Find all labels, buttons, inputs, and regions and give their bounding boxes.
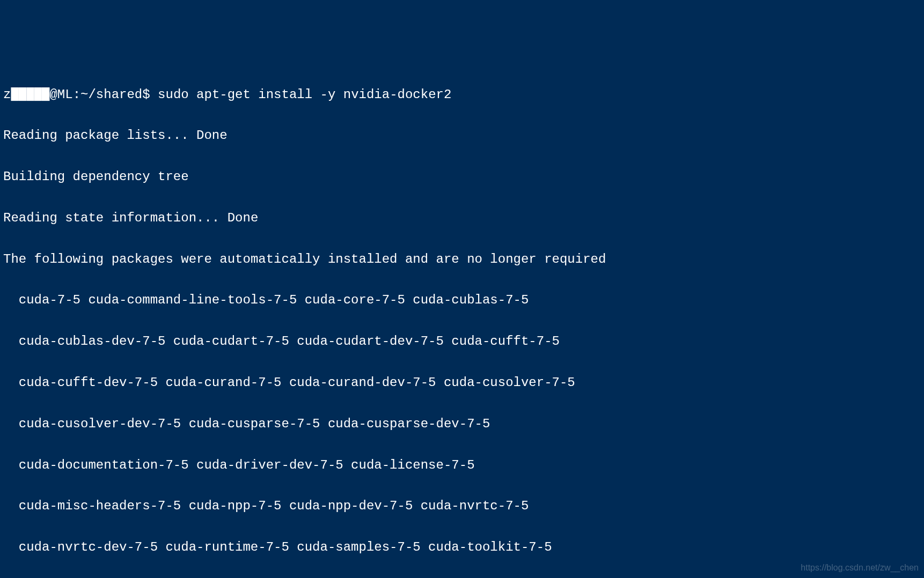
prompt-host: @ML bbox=[49, 87, 72, 102]
output-line: Reading state information... Done bbox=[3, 208, 921, 228]
watermark-text: https://blog.csdn.net/zw__chen bbox=[801, 561, 919, 575]
package-list-line: cuda-cublas-dev-7-5 cuda-cudart-7-5 cuda… bbox=[3, 331, 921, 352]
package-list-line: cuda-documentation-7-5 cuda-driver-dev-7… bbox=[3, 455, 921, 476]
package-list-line: cuda-cufft-dev-7-5 cuda-curand-7-5 cuda-… bbox=[3, 373, 921, 393]
package-list-line: cuda-misc-headers-7-5 cuda-npp-7-5 cuda-… bbox=[3, 496, 921, 516]
package-list-line: cuda-cusolver-dev-7-5 cuda-cusparse-7-5 … bbox=[3, 414, 921, 434]
package-list-line: cuda-7-5 cuda-command-line-tools-7-5 cud… bbox=[3, 290, 921, 310]
package-list-line: cuda-nvrtc-dev-7-5 cuda-runtime-7-5 cuda… bbox=[3, 537, 921, 558]
output-line: The following packages were automaticall… bbox=[3, 249, 921, 270]
prompt-path: :~/shared$ bbox=[73, 87, 150, 102]
terminal-prompt-line[interactable]: z█████@ML:~/shared$ sudo apt-get install… bbox=[3, 85, 921, 105]
output-line: Building dependency tree bbox=[3, 167, 921, 187]
output-line: Reading package lists... Done bbox=[3, 125, 921, 146]
prompt-command: sudo apt-get install -y nvidia-docker2 bbox=[150, 87, 452, 102]
prompt-user: z█████ bbox=[3, 87, 49, 102]
